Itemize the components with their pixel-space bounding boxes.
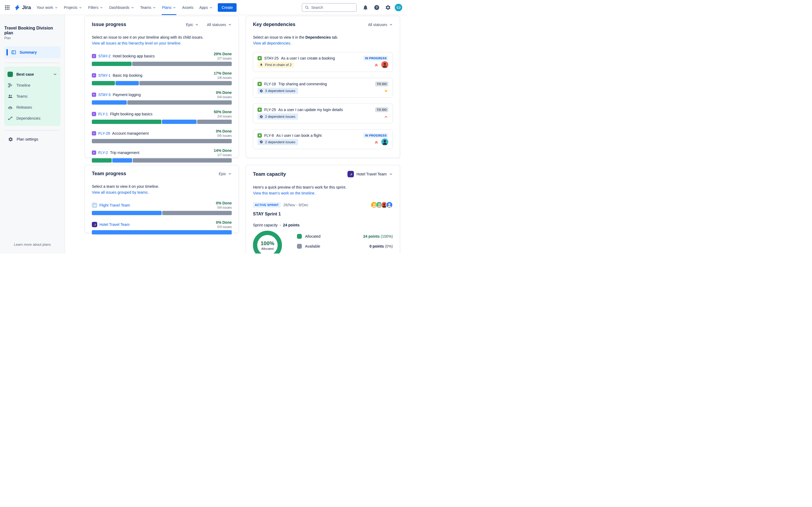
team-name-link[interactable]: Flight Travel Team (99, 203, 130, 207)
nav-item[interactable]: Teams (137, 0, 159, 15)
issue-key-link[interactable]: STAY-1 (98, 73, 111, 77)
sidebar-item-label: Plan settings (17, 137, 38, 142)
summary-content: Issue progress Epic All statuses Select … (65, 15, 406, 253)
issue-count: 1/6 issues (214, 76, 232, 79)
progress-bar (92, 230, 232, 234)
scenario-selector[interactable]: Best case (7, 69, 57, 80)
plan-subtitle: Plan (4, 36, 60, 40)
status-badge: IN PROGRESS (363, 56, 388, 61)
capacity-chart-area: 100% Allocated Allocated 24 points (100%… (253, 231, 393, 253)
status-filter-dropdown[interactable]: All statuses (368, 22, 393, 27)
user-avatar[interactable]: CJ (395, 4, 402, 11)
sidebar-item-releases[interactable]: Releases (7, 102, 57, 113)
dependency-card[interactable]: STAY-25 As a user I can create a booking… (253, 52, 393, 72)
scenario-section: Best case Timeline Teams (4, 66, 60, 126)
chevron-down-icon (153, 6, 156, 9)
issue-key-link[interactable]: FLY-1 (98, 112, 108, 116)
search-box[interactable] (302, 3, 357, 12)
issue-progress-list: STAY-2 Hotel booking app basics 29% Done… (92, 52, 232, 163)
nav-item[interactable]: Assets (179, 0, 196, 15)
issue-key-link[interactable]: STAY-3 (98, 93, 111, 97)
dependency-info-badge: 3 dependent issues (257, 88, 298, 94)
team-row: Hotel Travel Team 0% Done 0/3 issues (92, 221, 232, 234)
chevron-down-icon (79, 6, 82, 9)
ship-icon (7, 105, 13, 110)
team-name-link[interactable]: Hotel Travel Team (99, 222, 130, 227)
card-title: Issue progress (92, 22, 126, 27)
percent-done: 50% Done (214, 110, 232, 114)
sidebar-item-summary[interactable]: Summary (4, 46, 60, 58)
nav-item[interactable]: Plans (159, 0, 179, 15)
issue-summary: Trip sharing and commenting (278, 82, 327, 86)
key-dependencies-card: Key dependencies All statuses Select an … (246, 16, 400, 158)
donut-percent: 100% (260, 240, 274, 246)
story-icon (257, 56, 262, 60)
nav-item[interactable]: Filters (85, 0, 106, 15)
hierarchy-filter-dropdown[interactable]: Epic (219, 172, 232, 176)
notifications-bell-icon[interactable] (361, 3, 370, 12)
nav-item[interactable]: Dashboards (106, 0, 137, 15)
jira-logo-text: Jira (22, 5, 31, 10)
chain-pin-icon (259, 63, 263, 66)
sidebar-item-dependencies[interactable]: Dependencies (7, 113, 57, 124)
app-switcher-icon[interactable] (3, 3, 12, 12)
jira-logo-icon (14, 4, 20, 11)
search-input[interactable] (311, 5, 354, 10)
team-selector-dropdown[interactable]: Hotel Travel Team (348, 171, 393, 177)
dependent-issues-icon (259, 89, 263, 93)
capacity-legend: Allocated 24 points (100%) Available 0 p… (297, 231, 393, 253)
view-issues-by-team-link[interactable]: View all issues grouped by teams. (92, 190, 149, 195)
nav-item[interactable]: Your work (34, 0, 61, 15)
card-description: Here's a quick preview of this team's wo… (253, 184, 393, 190)
legend-points: 0 points (369, 244, 384, 248)
legend-label: Allocated (305, 234, 321, 238)
svg-text:?: ? (376, 6, 378, 9)
chevron-down-icon (173, 6, 176, 9)
hotel-team-icon (92, 222, 97, 227)
priority-high-icon (384, 114, 388, 119)
issue-key-link[interactable]: FLY-28 (98, 131, 110, 135)
sidebar-item-teams[interactable]: Teams (7, 91, 57, 102)
epic-icon (92, 112, 96, 116)
sidebar-item-plan-settings[interactable]: Plan settings (4, 134, 60, 145)
view-team-work-link[interactable]: View this team's work on the timeline. (253, 190, 315, 196)
sprint-capacity-line: Sprint capacity - 24 points (253, 223, 393, 227)
view-all-dependencies-link[interactable]: View all dependencies. (253, 41, 291, 46)
hierarchy-filter-dropdown[interactable]: Epic (186, 22, 199, 27)
issue-key-link[interactable]: FLY-2 (98, 151, 108, 155)
nav-item[interactable]: Apps (196, 0, 216, 15)
issue-key-link[interactable]: STAY-2 (98, 54, 111, 58)
issue-key: FLY-25 (264, 108, 276, 112)
dependency-badge-label: 2 dependent issues (265, 115, 295, 119)
divider (5, 130, 60, 131)
help-icon[interactable]: ? (372, 3, 381, 12)
chevron-down-icon (228, 23, 232, 26)
jira-logo[interactable]: Jira (12, 4, 34, 11)
search-icon (305, 5, 309, 10)
dependency-card[interactable]: FLY-8 As I user I can book a flight IN P… (253, 129, 393, 149)
issue-count: 2/4 issues (214, 115, 232, 118)
dependency-card[interactable]: FLY-18 Trip sharing and commenting TO DO… (253, 78, 393, 98)
dependency-info-badge: First in chain of 2 (257, 62, 294, 68)
create-button[interactable]: Create (218, 3, 237, 12)
learn-more-link[interactable]: Learn more about plans (4, 242, 60, 249)
progress-bar (92, 62, 232, 66)
dependency-badge-label: 2 dependent issues (265, 140, 295, 144)
status-filter-dropdown[interactable]: All statuses (207, 22, 232, 27)
divider (5, 62, 60, 63)
dependency-card[interactable]: FLY-25 As a user I can update my login d… (253, 104, 393, 123)
sprint-name: STAY Sprint 1 (253, 212, 393, 217)
settings-gear-icon[interactable] (384, 3, 393, 12)
active-sprint-badge: ACTIVE SPRINT (253, 202, 281, 208)
plan-sidebar: Travel Booking Division plan Plan Summar… (0, 15, 65, 253)
card-title: Team progress (92, 171, 126, 176)
top-nav: Jira Your work Projects Filters (0, 0, 406, 15)
scenario-color-swatch (7, 72, 13, 77)
view-all-issues-link[interactable]: View all issues at this hierarchy level … (92, 41, 182, 46)
issue-count: 1/7 issues (214, 154, 232, 157)
nav-item[interactable]: Projects (61, 0, 85, 15)
epic-icon (92, 93, 96, 97)
issue-count: 0/3 issues (216, 225, 232, 229)
issue-count: 2/7 issues (214, 57, 232, 60)
sidebar-item-timeline[interactable]: Timeline (7, 80, 57, 91)
